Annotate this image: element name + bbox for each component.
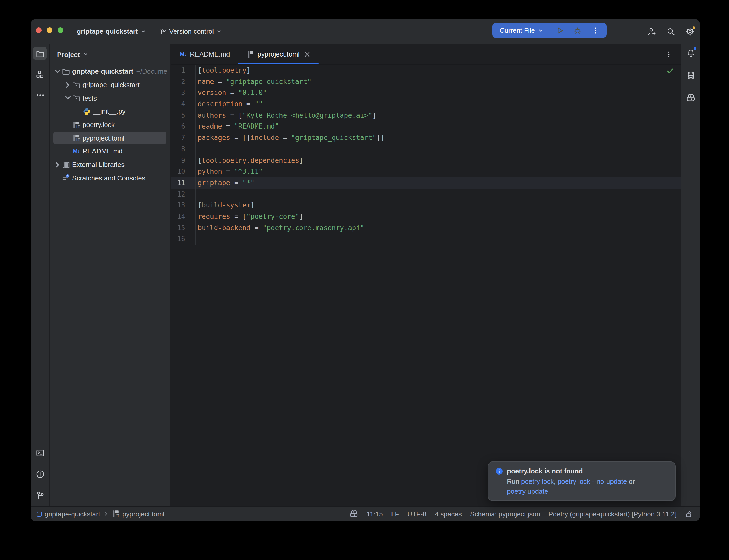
project-switcher[interactable]: griptape-quickstart [77, 27, 146, 35]
line-number: 1 [171, 65, 196, 76]
svg-text:[T]: [T] [250, 54, 255, 58]
editor-options-icon[interactable] [665, 50, 672, 58]
code-line-7[interactable]: 7packages = [{include = "griptape_quicks… [171, 132, 681, 143]
breadcrumb-project[interactable]: griptape-quickstart [36, 510, 100, 518]
code-line-8[interactable]: 8 [171, 144, 681, 155]
notification-header: poetry.lock is not found [496, 467, 668, 475]
code-text: [build-system] [196, 200, 254, 211]
notification-link-poetry-lock[interactable]: poetry lock [521, 478, 554, 485]
tree-item-pyproject-toml[interactable]: [T]pyproject.toml [50, 131, 170, 145]
code-text [196, 188, 198, 200]
toml-icon: [T] [72, 121, 80, 129]
structure-tool-button[interactable] [33, 67, 47, 81]
code-line-12[interactable]: 12 [171, 188, 681, 200]
code-line-11[interactable]: 11griptape = "*" [171, 177, 681, 188]
code-line-4[interactable]: 4description = "" [171, 99, 681, 110]
tree-item-tests[interactable]: tests [50, 92, 170, 105]
code-line-16[interactable]: 16 [171, 234, 681, 245]
tree-item--init-py[interactable]: __init__.py [50, 105, 170, 118]
chevron-down-icon [141, 29, 146, 34]
close-tab-icon[interactable] [304, 51, 310, 57]
status-item-schema-[interactable]: Schema: pyproject.json [470, 510, 540, 518]
tree-item-scratches-and-consoles[interactable]: Scratches and Consoles [50, 171, 170, 185]
code-line-3[interactable]: 3version = "0.1.0" [171, 87, 681, 99]
notifications-tool-button[interactable] [684, 46, 697, 60]
code-line-15[interactable]: 15build-backend = "poetry.core.masonry.a… [171, 222, 681, 233]
line-number: 2 [171, 76, 196, 87]
python-icon [82, 107, 91, 116]
tab-label: README.md [190, 50, 230, 58]
settings-button[interactable] [685, 27, 695, 36]
pill-divider [549, 26, 550, 35]
run-icon[interactable] [556, 26, 564, 34]
more-run-options-icon[interactable] [592, 26, 599, 34]
project-tool-button[interactable] [33, 47, 47, 60]
tree-item-label: __init__.py [93, 108, 126, 115]
tree-item-readme-md[interactable]: M↓README.md [50, 145, 170, 158]
titlebar-actions [647, 19, 695, 44]
inspections-ok-icon[interactable] [666, 67, 674, 75]
editor[interactable]: 1[tool.poetry]2name = "griptape-quicksta… [171, 65, 681, 506]
status-item-11-15[interactable]: 11:15 [367, 510, 383, 518]
status-item-lf[interactable]: LF [391, 510, 399, 518]
svg-text:[T]: [T] [76, 124, 80, 128]
minimize-window-button[interactable] [47, 27, 52, 33]
status-item-4[interactable]: 4 spaces [435, 510, 462, 518]
chevron-down-icon [83, 52, 88, 57]
database-icon [686, 71, 695, 80]
code-with-me-icon[interactable] [647, 27, 656, 36]
lock-open-icon[interactable] [685, 510, 693, 518]
tree-chevron-spacer [64, 121, 72, 129]
tab-pyproject[interactable]: [T] pyproject.toml [238, 44, 319, 64]
code-line-1[interactable]: 1[tool.poetry] [171, 65, 681, 76]
code-line-13[interactable]: 13[build-system] [171, 200, 681, 211]
ai-assistant-status-icon[interactable] [350, 510, 358, 518]
tree-item-external-libraries[interactable]: External Libraries [50, 158, 170, 171]
notification-link-poetry-lock-no-update[interactable]: poetry lock --no-update [558, 478, 627, 485]
database-tool-button[interactable] [684, 68, 697, 82]
line-number: 8 [171, 144, 196, 155]
status-item-poetry[interactable]: Poetry (griptape-quickstart) [Python 3.1… [549, 510, 677, 518]
tree-item-griptape-quickstart[interactable]: griptape_quickstart [50, 78, 170, 91]
line-number: 7 [171, 132, 196, 143]
tree-item-griptape-quickstart[interactable]: griptape-quickstart~/Docume [50, 65, 170, 78]
problems-tool-button[interactable] [33, 467, 47, 481]
git-tool-button[interactable] [33, 488, 47, 502]
code-line-14[interactable]: 14requires = ["poetry-core"] [171, 211, 681, 222]
code-line-6[interactable]: 6readme = "README.md" [171, 121, 681, 132]
vcs-widget[interactable]: Version control [159, 27, 221, 35]
debug-icon[interactable] [573, 26, 582, 34]
markdown-icon: M↓ [72, 147, 80, 156]
code-text: python = "^3.11" [196, 166, 263, 177]
scratches-icon [62, 174, 70, 182]
search-everywhere-icon[interactable] [666, 27, 676, 36]
code-line-9[interactable]: 9[tool.poetry.dependencies] [171, 155, 681, 166]
tree-chevron-icon[interactable] [53, 67, 62, 76]
code-text: packages = [{include = "griptape_quickst… [196, 132, 385, 143]
project-panel-header[interactable]: Project [50, 44, 170, 65]
terminal-tool-button[interactable] [33, 446, 47, 459]
more-tool-windows-button[interactable] [33, 88, 47, 102]
ai-assistant-tool-button[interactable] [684, 91, 697, 104]
tree-item-poetry-lock[interactable]: [T]poetry.lock [50, 118, 170, 131]
zoom-window-button[interactable] [58, 27, 63, 33]
tree-chevron-icon[interactable] [53, 160, 62, 169]
status-item-utf-8[interactable]: UTF-8 [407, 510, 427, 518]
notification-link-poetry-update[interactable]: poetry update [507, 487, 548, 495]
line-number: 6 [171, 121, 196, 132]
chevron-down-icon [216, 29, 221, 34]
tree-item-label: poetry.lock [82, 121, 115, 129]
tree-chevron-spacer [74, 107, 82, 116]
line-number: 11 [171, 177, 196, 188]
close-window-button[interactable] [36, 27, 41, 33]
code-line-5[interactable]: 5authors = ["Kyle Roche <hello@griptape.… [171, 110, 681, 121]
line-number: 15 [171, 222, 196, 233]
tree-chevron-icon[interactable] [64, 81, 72, 89]
code-text: build-backend = "poetry.core.masonry.api… [196, 222, 364, 233]
breadcrumb-file[interactable]: [T] pyproject.toml [112, 510, 164, 518]
code-line-10[interactable]: 10python = "^3.11" [171, 166, 681, 177]
run-configuration-widget[interactable]: Current File [493, 23, 607, 38]
tree-chevron-icon[interactable] [64, 94, 72, 102]
tab-readme[interactable]: M↓ README.md [171, 44, 238, 64]
code-line-2[interactable]: 2name = "griptape-quickstart" [171, 76, 681, 87]
